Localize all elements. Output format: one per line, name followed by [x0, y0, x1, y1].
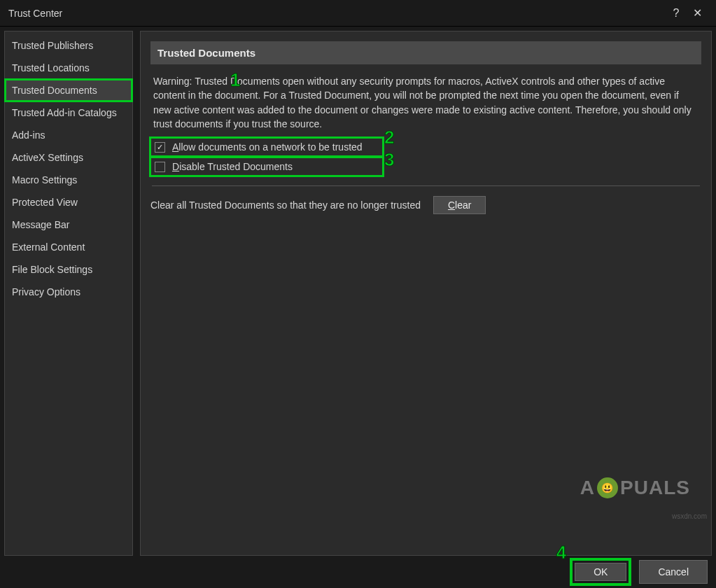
sidebar-item-label: Add-ins — [12, 130, 45, 141]
sidebar-item-label: Trusted Locations — [12, 62, 90, 74]
sidebar-item-message-bar[interactable]: Message Bar — [5, 214, 132, 236]
cancel-button[interactable]: Cancel — [639, 560, 708, 584]
sidebar-item-label: ActiveX Settings — [12, 152, 83, 163]
watermark-part2: PUALS — [620, 477, 690, 499]
sidebar-item-label: Trusted Add-in Catalogs — [12, 107, 117, 118]
checkbox-icon[interactable] — [155, 142, 165, 153]
sidebar-item-external-content[interactable]: External Content — [5, 236, 132, 258]
divider — [152, 186, 700, 186]
sidebar-item-privacy-options[interactable]: Privacy Options — [5, 281, 132, 303]
sidebar-item-trusted-locations[interactable]: Trusted Locations — [5, 57, 132, 79]
checkbox-icon[interactable] — [155, 162, 165, 172]
content-panel: Trusted Documents Warning: Trusted Docum… — [140, 31, 712, 556]
wsx-text: wsxdn.com — [672, 512, 707, 520]
disable-trusted-documents-row[interactable]: Disable Trusted Documents — [150, 158, 383, 176]
disable-trusted-documents-label: Disable Trusted Documents — [172, 161, 293, 172]
sidebar-item-label: Trusted Documents — [12, 85, 97, 96]
sidebar-item-trusted-documents[interactable]: Trusted Documents — [5, 79, 132, 102]
dialog-body: Trusted Publishers Trusted Locations Tru… — [0, 27, 716, 560]
sidebar-item-protected-view[interactable]: Protected View — [5, 191, 132, 214]
sidebar-item-macro-settings[interactable]: Macro Settings — [5, 169, 132, 191]
sidebar-item-label: File Block Settings — [12, 264, 92, 275]
sidebar-item-label: Macro Settings — [12, 174, 77, 186]
sidebar-item-addins[interactable]: Add-ins — [5, 124, 132, 146]
clear-button[interactable]: Clear — [433, 196, 486, 214]
watermark-logo-icon: 😃 — [597, 477, 618, 498]
section-header: Trusted Documents — [150, 41, 701, 64]
clear-text: Clear all Trusted Documents so that they… — [150, 200, 421, 211]
ok-button[interactable]: OK — [575, 563, 626, 581]
sidebar-item-trusted-addin-catalogs[interactable]: Trusted Add-in Catalogs — [5, 102, 132, 124]
window-title: Trust Center — [8, 8, 666, 19]
sidebar-item-label: Privacy Options — [12, 286, 80, 298]
annotation-3: 3 — [384, 149, 394, 171]
dialog-button-bar: 4 OK Cancel — [554, 556, 710, 588]
sidebar-item-label: External Content — [12, 241, 85, 253]
sidebar-item-trusted-publishers[interactable]: Trusted Publishers — [5, 34, 132, 57]
sidebar: Trusted Publishers Trusted Locations Tru… — [4, 31, 133, 556]
allow-network-trust-label: Allow documents on a network to be trust… — [172, 141, 363, 153]
allow-network-trust-row[interactable]: Allow documents on a network to be trust… — [150, 138, 383, 156]
sidebar-item-label: Message Bar — [12, 219, 69, 230]
sidebar-item-activex-settings[interactable]: ActiveX Settings — [5, 146, 132, 169]
sidebar-item-label: Trusted Publishers — [12, 40, 93, 51]
clear-row: Clear all Trusted Documents so that they… — [150, 196, 701, 214]
watermark-part1: A — [580, 477, 595, 499]
title-bar: Trust Center ? ✕ — [0, 0, 716, 27]
ok-button-highlight: OK — [572, 560, 629, 584]
help-icon[interactable]: ? — [666, 7, 687, 20]
warning-text: Warning: Trusted Documents open without … — [150, 74, 701, 136]
sidebar-item-label: Protected View — [12, 197, 78, 208]
sidebar-item-file-block-settings[interactable]: File Block Settings — [5, 258, 132, 281]
watermark: A 😃 PUALS — [580, 477, 690, 499]
close-icon[interactable]: ✕ — [687, 6, 708, 20]
